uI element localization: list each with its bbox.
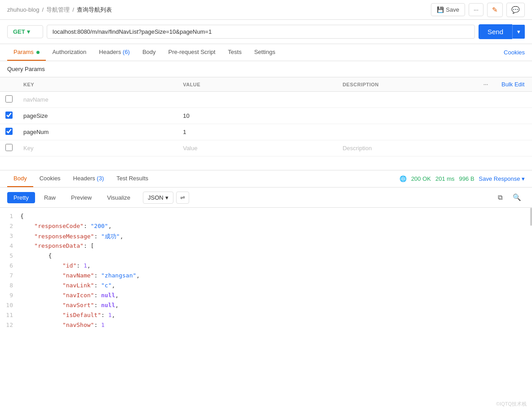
row4-checkbox[interactable] [5, 144, 13, 151]
copy-button[interactable]: ⧉ [494, 191, 506, 204]
row1-value[interactable] [177, 92, 337, 108]
response-tab-body-label: Body [13, 175, 27, 182]
send-main-button[interactable]: Send [479, 24, 512, 39]
row3-value[interactable]: 1 [177, 124, 337, 140]
response-time: 201 ms [435, 175, 455, 182]
row3-key[interactable]: pageNum [18, 124, 177, 140]
row4-desc[interactable]: Description [337, 140, 478, 156]
send-chevron-icon: ▾ [517, 28, 520, 35]
row2-checkbox[interactable] [5, 112, 13, 119]
code-line-10: 10 "navSort": null, [0, 301, 532, 311]
tab-settings[interactable]: Settings [248, 44, 282, 61]
send-arrow-button[interactable]: ▾ [512, 25, 525, 39]
response-code-area[interactable]: 1 { 2 "responseCode": "200", 3 "response… [0, 208, 532, 335]
row1-extra [496, 92, 532, 108]
bulk-edit-button[interactable]: Bulk Edit [501, 81, 524, 88]
view-preview-button[interactable]: Preview [65, 192, 98, 203]
format-select[interactable]: JSON ▾ [143, 192, 173, 204]
row1-desc[interactable] [337, 92, 478, 108]
th-check [0, 77, 18, 92]
search-icon: 🔍 [513, 193, 521, 201]
edit-icon: ✎ [492, 6, 498, 13]
tab-tests[interactable]: Tests [222, 44, 248, 61]
breadcrumb-item-2[interactable]: 导航管理 [46, 6, 70, 14]
tab-params-label: Params [13, 49, 34, 55]
tab-headers[interactable]: Headers (6) [93, 44, 136, 61]
row1-key[interactable]: navName [18, 92, 177, 108]
response-tab-cookies[interactable]: Cookies [33, 170, 67, 187]
code-line-4: 4 "responseData": [ [0, 242, 532, 252]
view-raw-button[interactable]: Raw [38, 192, 62, 203]
request-tabs: Params Authorization Headers (6) Body Pr… [0, 44, 532, 61]
row1-actions [478, 92, 496, 108]
row1-checkbox[interactable] [5, 95, 13, 103]
save-label: Save [446, 6, 459, 13]
row3-desc[interactable] [337, 124, 478, 140]
comment-icon: 💬 [511, 6, 520, 13]
code-line-2: 2 "responseCode": "200", [0, 222, 532, 232]
url-input[interactable] [47, 25, 475, 39]
response-tab-headers[interactable]: Headers (3) [67, 170, 111, 187]
row4-key[interactable]: Key [18, 140, 177, 156]
send-label: Send [488, 28, 503, 36]
tab-params[interactable]: Params [7, 44, 46, 61]
row3-check[interactable] [0, 124, 18, 140]
method-label: GET [13, 28, 25, 35]
row4-value[interactable]: Value [177, 140, 337, 156]
row2-desc[interactable] [337, 108, 478, 124]
save-response-button[interactable]: Save Response ▾ [479, 175, 525, 182]
tab-authorization-label: Authorization [52, 49, 86, 55]
row1-check[interactable] [0, 92, 18, 108]
table-row: Key Value Description [0, 140, 532, 156]
response-tab-tests[interactable]: Test Results [110, 170, 155, 187]
response-status-bar: 🌐 200 OK 201 ms 996 B Save Response ▾ [399, 175, 525, 182]
th-bulk-edit: Bulk Edit [496, 77, 532, 92]
cookies-link[interactable]: Cookies [504, 49, 525, 56]
method-chevron-icon: ▾ [27, 28, 30, 35]
view-pretty-button[interactable]: Pretty [7, 192, 35, 203]
response-size: 996 B [459, 175, 474, 182]
th-value: VALUE [177, 77, 337, 92]
row2-check[interactable] [0, 108, 18, 124]
th-more[interactable]: ··· [478, 77, 496, 92]
format-label: JSON [148, 194, 164, 201]
breadcrumb-item-1[interactable]: zhuhuo-blog [7, 6, 40, 13]
scrollbar[interactable] [530, 208, 532, 226]
wrap-button[interactable]: ⇌ [176, 192, 189, 204]
breadcrumb-sep-1: / [42, 6, 44, 13]
tab-authorization[interactable]: Authorization [46, 44, 93, 61]
row4-check[interactable] [0, 140, 18, 156]
response-headers-badge: (3) [97, 175, 104, 182]
table-row: pageSize 10 [0, 108, 532, 124]
tab-body-label: Body [142, 49, 156, 55]
view-preview-label: Preview [71, 194, 92, 201]
response-tab-body[interactable]: Body [7, 170, 33, 187]
row3-checkbox[interactable] [5, 128, 13, 135]
code-line-1: 1 { [0, 212, 532, 222]
code-line-8: 8 "navLink": "c", [0, 281, 532, 291]
more-button[interactable]: ··· [469, 3, 483, 16]
row3-actions [478, 124, 496, 140]
save-icon: 💾 [437, 6, 444, 13]
tab-pre-request[interactable]: Pre-request Script [162, 44, 222, 61]
globe-icon: 🌐 [399, 175, 407, 182]
method-select[interactable]: GET ▾ [7, 25, 43, 38]
row2-actions [478, 108, 496, 124]
row2-key[interactable]: pageSize [18, 108, 177, 124]
tab-settings-label: Settings [254, 49, 275, 55]
edit-button[interactable]: ✎ [487, 3, 503, 17]
params-table: KEY VALUE DESCRIPTION ··· Bulk Edit navN… [0, 77, 532, 156]
save-response-label: Save Response [479, 175, 520, 182]
response-tab-tests-label: Test Results [116, 175, 148, 182]
tab-body[interactable]: Body [136, 44, 162, 61]
row2-value[interactable]: 10 [177, 108, 337, 124]
view-visualize-button[interactable]: Visualize [101, 192, 137, 203]
table-row: navName [0, 92, 532, 108]
send-button-group: Send ▾ [479, 24, 525, 39]
search-button[interactable]: 🔍 [509, 191, 525, 204]
tab-pre-request-label: Pre-request Script [168, 49, 216, 55]
format-chevron-icon: ▾ [165, 194, 168, 201]
save-button[interactable]: 💾 Save [431, 3, 465, 16]
response-tab-headers-label: Headers [73, 175, 97, 182]
comment-button[interactable]: 💬 [506, 3, 525, 17]
